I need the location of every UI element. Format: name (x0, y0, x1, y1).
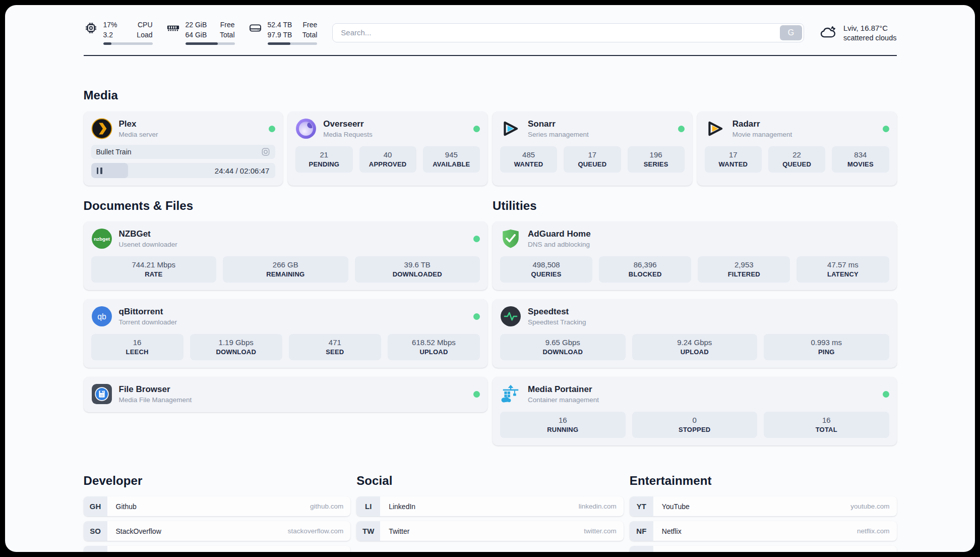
cpu-values: 17%3.2 (103, 20, 128, 40)
section-title-developer: Developer (84, 474, 351, 488)
system-stat-ram: 22 GiB64 GiBFreeTotal (166, 20, 235, 45)
stat-label-line: Total (300, 30, 317, 40)
stat-label: APPROVED (361, 160, 414, 168)
qbittorrent-icon[interactable]: qb (91, 306, 112, 327)
stat-value-line: 64 GiB (186, 30, 210, 40)
portainer-icon[interactable] (500, 383, 521, 405)
stat-value: 21 (297, 150, 350, 159)
bookmark-linkedin[interactable]: LILinkedInlinkedin.com (356, 496, 624, 516)
stat-label: SERIES (630, 160, 683, 168)
stat-box-wanted: 17WANTED (705, 146, 762, 173)
stat-label-line: CPU (136, 20, 153, 30)
search-input[interactable] (332, 23, 804, 42)
stat-box-total: 16TOTAL (764, 412, 889, 438)
weather-widget: Lviv, 16.87°C scattered clouds (819, 24, 897, 42)
adguard-icon[interactable] (500, 228, 521, 249)
stat-box-available: 945AVAILABLE (423, 146, 480, 173)
app-subtitle: Media Requests (323, 131, 373, 138)
playback-progress[interactable]: 24:44 / 02:06:47 (91, 163, 276, 178)
now-playing-title: Bullet Train (96, 148, 262, 156)
bookmark-stackoverflow[interactable]: SOStackOverflowstackoverflow.com (84, 521, 351, 541)
status-dot (269, 126, 275, 132)
bookmark-url: netflix.com (857, 527, 890, 535)
column-utilities: UtilitiesAdGuard HomeDNS and adblocking4… (493, 199, 897, 445)
bookmark-twitter[interactable]: TWTwittertwitter.com (356, 521, 624, 541)
stat-value: 0.993 ms (766, 338, 887, 347)
stat-value: 22 (770, 150, 823, 159)
stat-label: QUERIES (502, 270, 590, 278)
app-title: Sonarr (528, 119, 589, 129)
bookmark-name: Twitter (389, 527, 409, 535)
app-card-sonarr: SonarrSeries management485WANTED17QUEUED… (493, 112, 692, 186)
stat-value: 16 (502, 416, 624, 424)
status-dot (473, 391, 480, 398)
app-subtitle: DNS and adblocking (528, 241, 591, 248)
bookmark-abbr: NF (630, 521, 653, 541)
bookmarks-developer: DeveloperGHGithubgithub.comSOStackOverfl… (84, 474, 351, 552)
bookmark-netflix[interactable]: NFNetflixnetflix.com (630, 521, 897, 541)
bookmark-youtube[interactable]: YTYouTubeyoutube.com (630, 496, 897, 516)
stat-label: DOWNLOADED (357, 270, 478, 278)
disk-progress-fill (268, 42, 290, 45)
app-subtitle: Torrent downloader (119, 318, 177, 326)
plex-icon[interactable] (91, 118, 112, 139)
stat-box-ping: 0.993 msPING (764, 334, 889, 360)
app-card-qbittorrent: qbqBittorrentTorrent downloader16LEECH1.… (84, 299, 488, 368)
stat-label: RATE (93, 270, 215, 278)
system-stat-cpu: 17%3.2CPULoad (84, 20, 153, 45)
status-dot (473, 126, 480, 132)
stat-box-series: 196SERIES (628, 146, 685, 173)
bookmark-abbr: YT (630, 496, 653, 516)
sonarr-icon[interactable] (500, 118, 521, 139)
app-title: Speedtest (528, 307, 586, 317)
nzbget-icon[interactable]: nzbget (91, 228, 112, 249)
cpu-progress-bar (103, 42, 153, 45)
stat-value: 39.6 TB (357, 260, 478, 269)
stat-label: FILTERED (700, 270, 788, 278)
stat-label: MOVIES (834, 160, 887, 168)
app-title: Plex (119, 119, 158, 129)
stat-box-download: 1.19 GbpsDOWNLOAD (190, 334, 282, 360)
app-card-radarr: RadarrMovie management17WANTED22QUEUED83… (697, 112, 897, 186)
stat-value-line: 52.4 TB (268, 20, 292, 30)
bookmark-dev[interactable]: DTDEVdev.to (84, 546, 351, 552)
filebrowser-icon[interactable] (91, 383, 112, 405)
stat-value: 9.65 Gbps (502, 338, 624, 347)
radarr-icon[interactable] (705, 118, 726, 139)
stat-box-queries: 498,508QUERIES (500, 256, 592, 283)
bookmark-abbr: LI (356, 496, 380, 516)
bookmark-github[interactable]: GHGithubgithub.com (84, 496, 351, 516)
stat-value: 17 (707, 150, 760, 159)
weather-location-temp: Lviv, 16.87°C (843, 24, 897, 32)
search-bar: G (332, 23, 804, 42)
overseerr-icon[interactable] (295, 118, 317, 139)
stat-label: SEED (291, 348, 379, 356)
stat-value: 0 (634, 416, 756, 424)
ram-progress-bar (186, 42, 235, 45)
stat-value: 266 GB (225, 260, 346, 269)
app-card-overseerr: OverseerrMedia Requests21PENDING40APPROV… (288, 112, 487, 186)
disk-icon (248, 21, 263, 35)
stat-label-line: Load (136, 30, 153, 40)
stat-label: BLOCKED (601, 270, 689, 278)
stat-box-latency: 47.57 msLATENCY (797, 256, 889, 283)
stat-value-line: 3.2 (103, 30, 128, 40)
app-card-plex: PlexMedia serverBullet Train24:44 / 02:0… (84, 112, 283, 186)
ram-values: 22 GiB64 GiB (186, 20, 210, 40)
search-engine-button[interactable]: G (780, 25, 802, 40)
system-stat-disk: 52.4 TB97.9 TBFreeTotal (248, 20, 318, 45)
bookmark-reddit[interactable]: RERedditreddit.com (630, 546, 897, 552)
stat-box-blocked: 86,396BLOCKED (599, 256, 691, 283)
stat-box-movies: 834MOVIES (832, 146, 889, 173)
speedtest-icon[interactable] (500, 306, 521, 327)
stat-box-remaining: 266 GBREMAINING (223, 256, 348, 283)
bookmark-name: Github (116, 503, 137, 511)
camera-icon[interactable] (261, 147, 270, 156)
bookmark-url: github.com (310, 503, 343, 510)
app-subtitle: Usenet downloader (119, 241, 177, 248)
stat-label: REMAINING (225, 270, 346, 278)
status-dot (678, 126, 685, 132)
stat-box-downloaded: 39.6 TBDOWNLOADED (355, 256, 480, 283)
app-card-adguard-home: AdGuard HomeDNS and adblocking498,508QUE… (493, 221, 897, 290)
stat-label: RUNNING (502, 426, 624, 433)
